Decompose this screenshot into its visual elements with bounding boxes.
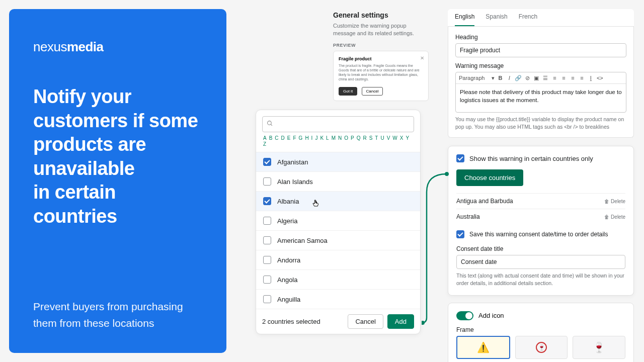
alpha-letter[interactable]: Y	[405, 135, 410, 141]
alpha-letter[interactable]: F	[292, 135, 297, 141]
code-icon[interactable]: <>	[596, 74, 603, 81]
svg-point-3	[422, 321, 425, 325]
country-name: Andorra	[277, 256, 300, 264]
preview-cancel-button[interactable]: Cancel	[362, 87, 383, 96]
alpha-letter[interactable]: E	[286, 135, 292, 141]
add-icon-toggle[interactable]	[456, 311, 473, 320]
frame-warning-icon[interactable]: ⚠️	[456, 336, 510, 359]
alpha-letter[interactable]: K	[319, 135, 325, 141]
alpha-letter[interactable]: Z	[262, 141, 267, 147]
rich-text-editor: Paragraph▾ B I 🔗 ⊘ ▣ ☰ ≡ ≡ ≡ ≡ I <> Plea…	[455, 72, 626, 113]
bold-icon[interactable]: B	[497, 74, 504, 81]
tab-english[interactable]: English	[455, 13, 474, 26]
country-row[interactable]: Angola	[256, 270, 420, 290]
country-row[interactable]: Alan Islands	[256, 172, 420, 192]
brand-logo: nexusmedia	[33, 39, 202, 55]
paragraph-select[interactable]: Paragraph▾	[459, 75, 495, 81]
ul-icon[interactable]: ☰	[542, 74, 549, 81]
save-consent-checkbox[interactable]	[456, 230, 464, 238]
alpha-letter[interactable]: D	[280, 135, 286, 141]
got-it-button[interactable]: Got it	[339, 87, 357, 96]
country-row[interactable]: Algeria	[256, 211, 420, 231]
alpha-letter[interactable]: Q	[356, 135, 362, 141]
alpha-letter[interactable]: M	[331, 135, 337, 141]
align-left-icon[interactable]: ≡	[560, 74, 567, 81]
country-checkbox[interactable]	[263, 276, 271, 284]
country-checkbox[interactable]	[263, 217, 271, 225]
country-checkbox[interactable]	[263, 236, 271, 244]
preview-title: Fragile product	[339, 56, 423, 61]
general-settings-section: General settings Customize the warning p…	[333, 11, 429, 101]
country-checkbox[interactable]	[263, 256, 271, 264]
alpha-letter[interactable]: I	[310, 135, 314, 141]
alpha-letter[interactable]: G	[298, 135, 304, 141]
delete-button[interactable]: 🗑 Delete	[604, 199, 625, 204]
align-center-icon[interactable]: ≡	[569, 74, 576, 81]
editor-body[interactable]: Please note that delivery of this produc…	[456, 84, 626, 112]
picker-footer: 2 countries selected Cancel Add	[256, 309, 420, 334]
add-icon-label: Add icon	[478, 312, 504, 319]
alpha-letter[interactable]: A	[262, 135, 268, 141]
alpha-letter[interactable]: W	[391, 135, 398, 141]
show-countries-checkbox[interactable]	[456, 154, 464, 162]
delete-button[interactable]: 🗑 Delete	[604, 214, 625, 220]
editor-toolbar: Paragraph▾ B I 🔗 ⊘ ▣ ☰ ≡ ≡ ≡ ≡ I <>	[456, 72, 626, 84]
link-icon[interactable]: 🔗	[515, 74, 522, 81]
countries-card: Show this warning in certain countries o…	[448, 146, 634, 295]
ol-icon[interactable]: ≡	[551, 74, 558, 81]
alpha-letter[interactable]: S	[368, 135, 374, 141]
country-name: Afganistan	[277, 158, 308, 166]
selected-countries-list: Antigua and Barbuda🗑 DeleteAustralia🗑 De…	[456, 193, 625, 224]
country-name: Anguilla	[277, 296, 300, 303]
country-list: AfganistanAlan IslandsAlbaniaAlgeriaAmer…	[256, 152, 420, 309]
icon-card: Add icon Frame ⚠️ 🍷 🍷	[448, 303, 634, 362]
frame-glass-icon[interactable]: 🍷	[573, 336, 625, 359]
cancel-button[interactable]: Cancel	[348, 314, 383, 329]
italic-icon[interactable]: I	[506, 74, 513, 81]
alpha-letter[interactable]: T	[374, 135, 379, 141]
alpha-letter[interactable]: L	[325, 135, 330, 141]
section-title: General settings	[333, 11, 429, 19]
country-row[interactable]: Albania	[256, 192, 420, 211]
alpha-letter[interactable]: N	[337, 135, 343, 141]
choose-countries-button[interactable]: Choose countries	[456, 169, 523, 186]
alpha-letter[interactable]: P	[350, 135, 355, 141]
selected-count: 2 countries selected	[262, 318, 348, 325]
country-checkbox[interactable]	[263, 295, 271, 303]
unlink-icon[interactable]: ⊘	[524, 74, 531, 81]
preview-body: The product is fragile. Fragile Goods me…	[339, 63, 423, 81]
add-button[interactable]: Add	[387, 314, 414, 329]
alpha-letter[interactable]: C	[274, 135, 279, 141]
country-checkbox[interactable]	[263, 197, 271, 205]
alpha-letter[interactable]: X	[399, 135, 405, 141]
alpha-letter[interactable]: J	[314, 135, 318, 141]
country-checkbox[interactable]	[263, 177, 271, 186]
tab-spanish[interactable]: Spanish	[486, 13, 507, 26]
chevron-down-icon: ▾	[492, 75, 495, 81]
align-right-icon[interactable]: ≡	[578, 74, 585, 81]
image-icon[interactable]: ▣	[533, 74, 540, 81]
country-checkbox[interactable]	[263, 158, 271, 166]
country-row[interactable]: Andorra	[256, 250, 420, 270]
consent-title-input[interactable]	[456, 255, 625, 269]
search-icon	[267, 120, 273, 129]
country-row[interactable]: American Samoa	[256, 231, 420, 250]
alpha-letter[interactable]: H	[304, 135, 309, 141]
search-input[interactable]	[276, 121, 410, 128]
clear-format-icon[interactable]: I	[587, 74, 594, 81]
heading-input[interactable]	[455, 43, 626, 57]
country-name: Algeria	[277, 217, 297, 225]
tab-french[interactable]: French	[519, 13, 537, 26]
alpha-letter[interactable]: O	[343, 135, 349, 141]
alpha-letter[interactable]: R	[362, 135, 367, 141]
save-consent-label: Save this warning consent date/time to o…	[469, 231, 608, 238]
country-row[interactable]: Afganistan	[256, 152, 420, 172]
consent-title-label: Consent date title	[456, 245, 625, 252]
close-icon[interactable]: ✕	[420, 55, 424, 61]
alpha-letter[interactable]: V	[386, 135, 391, 141]
alpha-letter[interactable]: B	[268, 135, 274, 141]
country-row[interactable]: Anguilla	[256, 290, 420, 309]
frame-glass-circle-icon[interactable]: 🍷	[515, 336, 568, 359]
logo-light: nexus	[33, 39, 67, 54]
alpha-letter[interactable]: U	[379, 135, 385, 141]
